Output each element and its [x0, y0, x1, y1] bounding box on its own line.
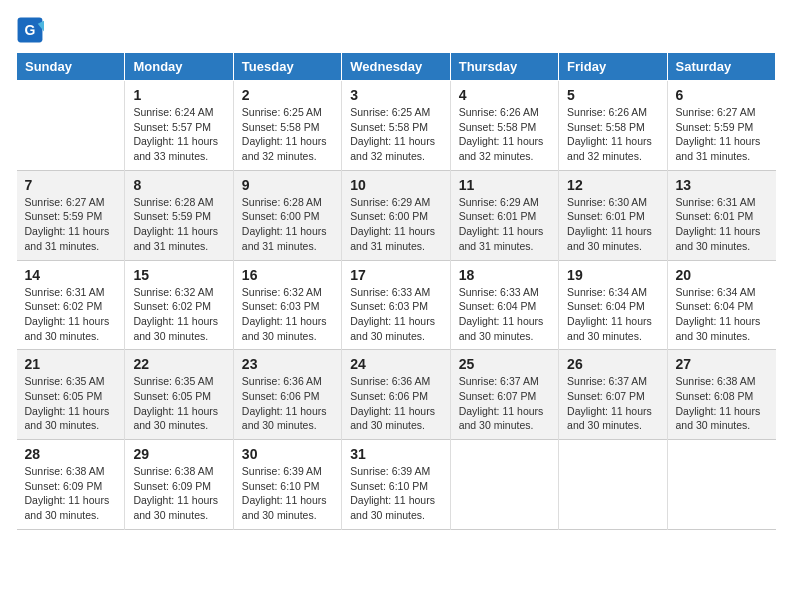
day-info: Sunrise: 6:39 AM Sunset: 6:10 PM Dayligh…: [242, 464, 333, 523]
day-info: Sunrise: 6:28 AM Sunset: 6:00 PM Dayligh…: [242, 195, 333, 254]
calendar-day-cell: 19Sunrise: 6:34 AM Sunset: 6:04 PM Dayli…: [559, 260, 667, 350]
day-number: 14: [25, 267, 117, 283]
day-number: 19: [567, 267, 658, 283]
calendar-day-cell: 24Sunrise: 6:36 AM Sunset: 6:06 PM Dayli…: [342, 350, 450, 440]
day-info: Sunrise: 6:38 AM Sunset: 6:09 PM Dayligh…: [133, 464, 224, 523]
calendar-day-cell: 14Sunrise: 6:31 AM Sunset: 6:02 PM Dayli…: [17, 260, 125, 350]
day-number: 6: [676, 87, 768, 103]
day-info: Sunrise: 6:35 AM Sunset: 6:05 PM Dayligh…: [25, 374, 117, 433]
day-info: Sunrise: 6:32 AM Sunset: 6:02 PM Dayligh…: [133, 285, 224, 344]
calendar-day-cell: 22Sunrise: 6:35 AM Sunset: 6:05 PM Dayli…: [125, 350, 233, 440]
calendar-day-cell: 30Sunrise: 6:39 AM Sunset: 6:10 PM Dayli…: [233, 440, 341, 530]
calendar-day-cell: 9Sunrise: 6:28 AM Sunset: 6:00 PM Daylig…: [233, 170, 341, 260]
calendar-day-cell: 25Sunrise: 6:37 AM Sunset: 6:07 PM Dayli…: [450, 350, 558, 440]
calendar-day-cell: 17Sunrise: 6:33 AM Sunset: 6:03 PM Dayli…: [342, 260, 450, 350]
calendar-day-cell: 13Sunrise: 6:31 AM Sunset: 6:01 PM Dayli…: [667, 170, 775, 260]
day-header-tuesday: Tuesday: [233, 53, 341, 81]
day-number: 31: [350, 446, 441, 462]
calendar-day-cell: [667, 440, 775, 530]
calendar-header-row: SundayMondayTuesdayWednesdayThursdayFrid…: [17, 53, 776, 81]
day-info: Sunrise: 6:26 AM Sunset: 5:58 PM Dayligh…: [459, 105, 550, 164]
day-number: 4: [459, 87, 550, 103]
day-info: Sunrise: 6:39 AM Sunset: 6:10 PM Dayligh…: [350, 464, 441, 523]
day-number: 9: [242, 177, 333, 193]
calendar-day-cell: 15Sunrise: 6:32 AM Sunset: 6:02 PM Dayli…: [125, 260, 233, 350]
calendar-day-cell: 8Sunrise: 6:28 AM Sunset: 5:59 PM Daylig…: [125, 170, 233, 260]
calendar-week-row: 21Sunrise: 6:35 AM Sunset: 6:05 PM Dayli…: [17, 350, 776, 440]
day-number: 17: [350, 267, 441, 283]
day-info: Sunrise: 6:26 AM Sunset: 5:58 PM Dayligh…: [567, 105, 658, 164]
day-number: 21: [25, 356, 117, 372]
day-number: 5: [567, 87, 658, 103]
day-info: Sunrise: 6:38 AM Sunset: 6:08 PM Dayligh…: [676, 374, 768, 433]
day-info: Sunrise: 6:29 AM Sunset: 6:00 PM Dayligh…: [350, 195, 441, 254]
calendar-day-cell: 2Sunrise: 6:25 AM Sunset: 5:58 PM Daylig…: [233, 81, 341, 171]
day-info: Sunrise: 6:25 AM Sunset: 5:58 PM Dayligh…: [242, 105, 333, 164]
logo-icon: G: [16, 16, 44, 44]
page-header: G: [16, 16, 776, 44]
day-info: Sunrise: 6:24 AM Sunset: 5:57 PM Dayligh…: [133, 105, 224, 164]
day-number: 10: [350, 177, 441, 193]
day-number: 3: [350, 87, 441, 103]
day-number: 27: [676, 356, 768, 372]
day-info: Sunrise: 6:31 AM Sunset: 6:01 PM Dayligh…: [676, 195, 768, 254]
calendar-day-cell: [17, 81, 125, 171]
day-number: 18: [459, 267, 550, 283]
day-number: 1: [133, 87, 224, 103]
day-info: Sunrise: 6:36 AM Sunset: 6:06 PM Dayligh…: [350, 374, 441, 433]
day-number: 2: [242, 87, 333, 103]
calendar-day-cell: 4Sunrise: 6:26 AM Sunset: 5:58 PM Daylig…: [450, 81, 558, 171]
day-info: Sunrise: 6:34 AM Sunset: 6:04 PM Dayligh…: [676, 285, 768, 344]
day-header-saturday: Saturday: [667, 53, 775, 81]
day-number: 8: [133, 177, 224, 193]
day-header-wednesday: Wednesday: [342, 53, 450, 81]
calendar-table: SundayMondayTuesdayWednesdayThursdayFrid…: [16, 52, 776, 530]
day-number: 29: [133, 446, 224, 462]
calendar-day-cell: 5Sunrise: 6:26 AM Sunset: 5:58 PM Daylig…: [559, 81, 667, 171]
day-info: Sunrise: 6:28 AM Sunset: 5:59 PM Dayligh…: [133, 195, 224, 254]
day-number: 22: [133, 356, 224, 372]
day-info: Sunrise: 6:27 AM Sunset: 5:59 PM Dayligh…: [25, 195, 117, 254]
day-header-monday: Monday: [125, 53, 233, 81]
svg-text:G: G: [25, 22, 36, 38]
day-header-sunday: Sunday: [17, 53, 125, 81]
calendar-week-row: 14Sunrise: 6:31 AM Sunset: 6:02 PM Dayli…: [17, 260, 776, 350]
calendar-day-cell: 21Sunrise: 6:35 AM Sunset: 6:05 PM Dayli…: [17, 350, 125, 440]
calendar-day-cell: 6Sunrise: 6:27 AM Sunset: 5:59 PM Daylig…: [667, 81, 775, 171]
day-info: Sunrise: 6:33 AM Sunset: 6:03 PM Dayligh…: [350, 285, 441, 344]
calendar-day-cell: 23Sunrise: 6:36 AM Sunset: 6:06 PM Dayli…: [233, 350, 341, 440]
calendar-day-cell: 12Sunrise: 6:30 AM Sunset: 6:01 PM Dayli…: [559, 170, 667, 260]
day-info: Sunrise: 6:37 AM Sunset: 6:07 PM Dayligh…: [567, 374, 658, 433]
day-number: 16: [242, 267, 333, 283]
day-info: Sunrise: 6:36 AM Sunset: 6:06 PM Dayligh…: [242, 374, 333, 433]
day-number: 25: [459, 356, 550, 372]
day-info: Sunrise: 6:35 AM Sunset: 6:05 PM Dayligh…: [133, 374, 224, 433]
day-info: Sunrise: 6:27 AM Sunset: 5:59 PM Dayligh…: [676, 105, 768, 164]
calendar-day-cell: 16Sunrise: 6:32 AM Sunset: 6:03 PM Dayli…: [233, 260, 341, 350]
day-info: Sunrise: 6:38 AM Sunset: 6:09 PM Dayligh…: [25, 464, 117, 523]
day-number: 13: [676, 177, 768, 193]
calendar-day-cell: [450, 440, 558, 530]
calendar-day-cell: 29Sunrise: 6:38 AM Sunset: 6:09 PM Dayli…: [125, 440, 233, 530]
day-info: Sunrise: 6:25 AM Sunset: 5:58 PM Dayligh…: [350, 105, 441, 164]
day-info: Sunrise: 6:32 AM Sunset: 6:03 PM Dayligh…: [242, 285, 333, 344]
calendar-day-cell: 18Sunrise: 6:33 AM Sunset: 6:04 PM Dayli…: [450, 260, 558, 350]
day-number: 11: [459, 177, 550, 193]
calendar-day-cell: 20Sunrise: 6:34 AM Sunset: 6:04 PM Dayli…: [667, 260, 775, 350]
calendar-day-cell: 3Sunrise: 6:25 AM Sunset: 5:58 PM Daylig…: [342, 81, 450, 171]
day-number: 26: [567, 356, 658, 372]
calendar-day-cell: 1Sunrise: 6:24 AM Sunset: 5:57 PM Daylig…: [125, 81, 233, 171]
calendar-day-cell: 26Sunrise: 6:37 AM Sunset: 6:07 PM Dayli…: [559, 350, 667, 440]
day-number: 28: [25, 446, 117, 462]
calendar-day-cell: 27Sunrise: 6:38 AM Sunset: 6:08 PM Dayli…: [667, 350, 775, 440]
day-info: Sunrise: 6:37 AM Sunset: 6:07 PM Dayligh…: [459, 374, 550, 433]
calendar-day-cell: 10Sunrise: 6:29 AM Sunset: 6:00 PM Dayli…: [342, 170, 450, 260]
day-number: 24: [350, 356, 441, 372]
day-info: Sunrise: 6:34 AM Sunset: 6:04 PM Dayligh…: [567, 285, 658, 344]
calendar-day-cell: 31Sunrise: 6:39 AM Sunset: 6:10 PM Dayli…: [342, 440, 450, 530]
calendar-week-row: 7Sunrise: 6:27 AM Sunset: 5:59 PM Daylig…: [17, 170, 776, 260]
day-number: 30: [242, 446, 333, 462]
logo: G: [16, 16, 48, 44]
day-info: Sunrise: 6:30 AM Sunset: 6:01 PM Dayligh…: [567, 195, 658, 254]
day-number: 15: [133, 267, 224, 283]
